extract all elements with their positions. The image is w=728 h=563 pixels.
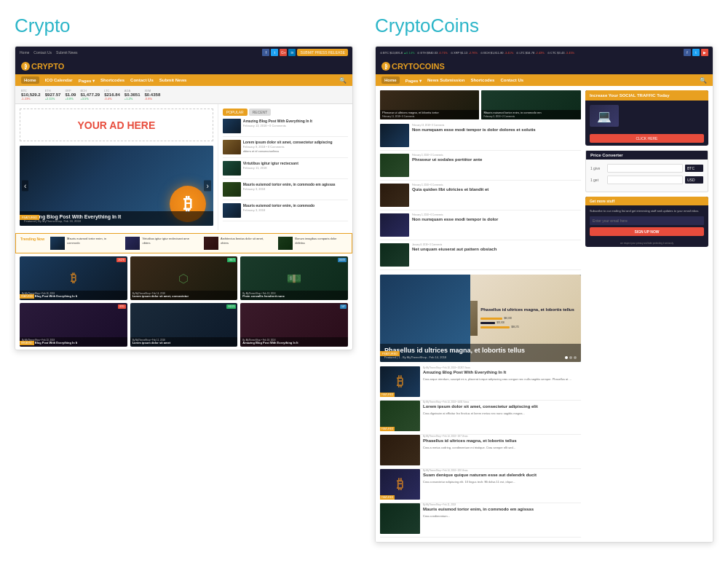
cc-nav-pages[interactable]: Pages ▾ (405, 78, 422, 83)
cc-converter-input-to[interactable] (607, 176, 683, 184)
cc-main-post-tag-1: FEATURED (380, 393, 395, 397)
crypto-title: Crypto (15, 15, 353, 37)
search-icon[interactable]: 🔍 (339, 77, 347, 84)
grid-card-2[interactable]: ⬡ 28873 By MyThemeShop • Feb 14, 2018 Lo… (130, 256, 238, 300)
featured-post[interactable]: ₿ ‹ › Amazing Blog Post With Everything … (20, 146, 213, 226)
prev-arrow-icon[interactable]: ‹ (22, 181, 28, 192)
cc-main-post-title-2[interactable]: Lorem ipsum dolor sit amet, consectetur … (423, 404, 581, 410)
cc-nav-contact[interactable]: Contact Us (500, 78, 523, 82)
cc-main-post-title-5[interactable]: Mauris euismod tortor enim, in commodo e… (423, 507, 581, 513)
cc-top-post-1[interactable]: Phraseur ut ultrices magna, et lobortis … (380, 90, 479, 119)
linkedin-icon[interactable]: in (288, 49, 296, 56)
featured-post-title: Amazing Blog Post With Everything In It (24, 214, 209, 219)
chart-val-3: $98,275 (511, 326, 519, 328)
trending-item-text-2[interactable]: Virtutibus igitur igtur reclecisant ame … (142, 237, 198, 250)
cc-small-post-title-2[interactable]: Phraseur ut sodales porttitor ante (412, 157, 581, 163)
cc-top-post-2[interactable]: Mauris euismod tortor enim, in commodo e… (481, 90, 580, 119)
trending-item-text-3[interactable]: Architectus beatus dolor sit amet, obter… (221, 237, 272, 250)
cc-nav-shortcodes[interactable]: Shortcodes (470, 78, 494, 82)
tab-recent[interactable]: RECENT (249, 109, 272, 116)
sidebar-post-image-3 (223, 161, 241, 176)
crypto-mockup: Home Contact Us Submit News f t G+ in SU… (15, 47, 352, 347)
cc-main-post-title-4[interactable]: Suam denique quique naturam esse aut del… (423, 473, 581, 479)
tab-popular[interactable]: POPULAR (223, 109, 248, 116)
ad-banner: YOUR AD HERE (20, 109, 213, 141)
nav-submit[interactable]: Submit News (159, 78, 187, 82)
nav-ico[interactable]: ICO Calendar (45, 78, 73, 82)
chart-bar-2 (480, 322, 495, 324)
cc-converter-input-from[interactable] (607, 164, 683, 173)
chart-row-2: $32,000 (480, 321, 575, 324)
crypto-logo-text: CRYPTO (31, 62, 64, 71)
cc-dot-3[interactable] (574, 356, 577, 359)
sidebar-post-3: Virtutibus igitur igtur rectecsant Febru… (223, 161, 348, 179)
cc-converter-select-from[interactable]: BTC (685, 165, 703, 172)
sidebar-post-text-1: Amazing Blog Post With Everything In It … (243, 119, 348, 133)
cc-small-post-title-4[interactable]: Non numquam esse modi tempor is dolor (412, 217, 581, 223)
cc-small-post-thumb-4 (380, 213, 409, 237)
cc-featured-title: Phasellus id ultrices magna, et lobortis… (384, 347, 577, 355)
grid-card-3[interactable]: 💵 26878 By MyThemeShop • Feb 13, 2018 Pr… (240, 256, 348, 300)
grid-card-6[interactable]: 547 By MyThemeShop • Feb 18, 2018 Amazin… (240, 303, 348, 347)
facebook-icon[interactable]: f (262, 49, 269, 56)
cc-email-widget: Get more stuff Subscribe to our mailing … (585, 197, 708, 247)
trending-item-text-1[interactable]: Mauris euismod tortor enim, in commodo (67, 237, 119, 250)
cc-search-icon[interactable]: 🔍 (700, 77, 707, 84)
laptop-icon: 💻 (597, 109, 612, 123)
cc-email-input[interactable] (590, 216, 704, 225)
cc-top-post-overlay-1: Phraseur ut ultrices magna, et lobortis … (380, 110, 479, 119)
grid-card-badge-4: BTG (118, 304, 125, 309)
top-link-submit[interactable]: Submit News (56, 50, 77, 55)
cc-main-post-title-3[interactable]: Phasellus id ultrices magna, et lobortis… (423, 438, 581, 444)
cryptocoins-mockup: ⊙ BTC $13,895.8 ▲0.14% ⊙ ETH $940.03 -0.… (376, 47, 713, 542)
sidebar-post-title-2[interactable]: Lorem ipsum dolor sit amet, consectetur … (243, 140, 348, 145)
cc-small-post-title-5[interactable]: Net unquam eiuserat aut pattern obsiach (412, 247, 581, 253)
cc-main-post-desc-4: Cras consectetur adipiscing elit. 10 lin… (423, 480, 581, 484)
trending-item-image-4 (278, 237, 293, 250)
cc-small-post-thumb-5 (380, 243, 409, 267)
top-link-home[interactable]: Home (20, 50, 29, 55)
twitter-icon[interactable]: t (271, 49, 278, 56)
cc-small-post-1: February 13, 2018 • 0 Comments Non numqu… (380, 124, 581, 151)
cc-signup-btn[interactable]: SIGN UP NOW (590, 227, 704, 236)
cc-dot-2[interactable] (569, 356, 572, 359)
grid-card-badge-5: N1225 (226, 304, 236, 309)
grid-card-1[interactable]: ₿ 26278 By MyThemeShop • Feb 16, 2018 Am… (20, 256, 127, 300)
cc-twitter-icon[interactable]: t (692, 49, 700, 56)
nav-shortcodes[interactable]: Shortcodes (100, 78, 124, 82)
cc-small-post-2: February 3, 2018 • 2 Comments Phraseur u… (380, 154, 581, 181)
googleplus-icon[interactable]: G+ (280, 49, 287, 56)
trending-item-text-4[interactable]: Bonum imagibus comparis dolor deletiss (295, 237, 347, 250)
submit-press-btn[interactable]: SUBMIT PRESS RELEASE (297, 49, 348, 56)
next-arrow-icon[interactable]: › (204, 181, 210, 192)
grid-card-4[interactable]: BTG By MyThemeShop • Feb 13, 2018 Amazin… (20, 303, 127, 347)
cc-small-post-title-3[interactable]: Quia quiden llbt ultricies et blandit et (412, 187, 581, 193)
crypto-ticker: BTC $10,529.2 -1.23% ETH $927.57 +2.15% … (15, 86, 352, 104)
nav-home[interactable]: Home (21, 76, 39, 84)
cc-main-post-title-1[interactable]: Amazing Blog Post With Everything In It (423, 370, 581, 376)
cc-dot-1[interactable] (565, 356, 568, 359)
cc-small-post-title-1[interactable]: Non numquam esse modi tempor is dolor do… (412, 127, 581, 133)
cc-nav: Home Pages ▾ News Submission Shortcodes … (376, 74, 713, 86)
sidebar-post-image-5 (223, 203, 241, 218)
nav-pages[interactable]: Pages ▾ (79, 78, 95, 83)
ticker-xrp: XRP $1.09 +0.8% (65, 89, 76, 101)
nav-contact[interactable]: Contact Us (130, 78, 154, 82)
cc-converter-select-to[interactable]: USD (685, 176, 703, 184)
cc-facebook-icon[interactable]: f (684, 49, 691, 56)
top-link-contact[interactable]: Contact Us (33, 50, 52, 55)
grid-card-overlay-4: By MyThemeShop • Feb 13, 2018 Amazing Bl… (20, 337, 127, 347)
sidebar-post-title-4[interactable]: Mauris euismod tortor enim, in commodo e… (243, 182, 348, 187)
grid-card-5[interactable]: N1225 By MyThemeShop • Feb 11, 2018 Lore… (130, 303, 238, 347)
cc-youtube-icon[interactable]: ▶ (701, 49, 708, 56)
cc-nav-home[interactable]: Home (381, 76, 400, 84)
ticker-xem: XEM $0.4358 -0.8% (145, 89, 161, 101)
cc-featured-slider[interactable]: Phasellus id ultrices magna, et lobortis… (380, 275, 581, 362)
cc-small-post-meta-1: February 13, 2018 • 0 Comments (412, 124, 581, 127)
cc-main-post-content-4: By MyThemeShop • Feb 14, 2018 • 200 View… (423, 469, 581, 500)
cc-main-post-content-5: By MyThemeShop • Feb 11, 2018 Mauris eui… (423, 503, 581, 534)
cc-content: Phraseur ut ultrices magna, et lobortis … (376, 86, 713, 542)
cc-nav-news[interactable]: News Submission (427, 78, 464, 82)
ticker-btc: BTC $10,529.2 -1.23% (21, 89, 41, 101)
click-here-btn[interactable]: CLICK HERE (590, 134, 704, 143)
